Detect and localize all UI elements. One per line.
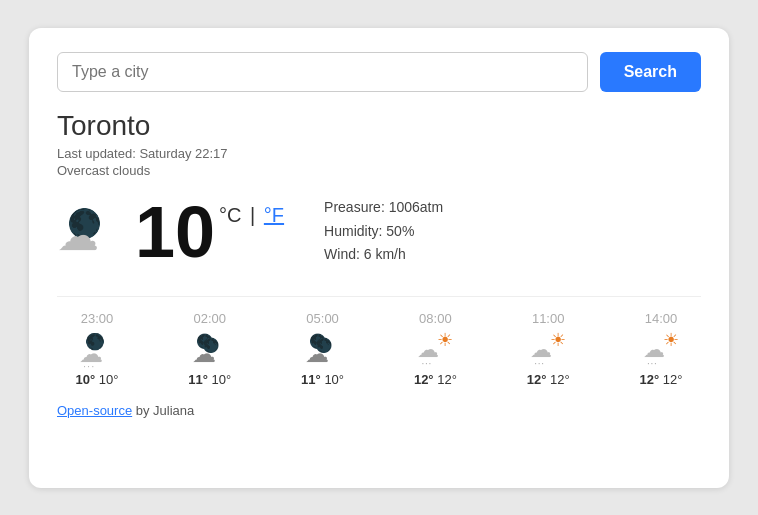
hourly-icon: 🌑 🌑 ☁ [192, 332, 228, 368]
humidity-value: Humidity: 50% [324, 220, 443, 244]
hourly-time: 08:00 [419, 311, 452, 326]
city-search-input[interactable] [57, 52, 588, 92]
footer-suffix: by Juliana [132, 403, 194, 418]
temperature-value: 10 [135, 196, 215, 268]
hourly-icon: ☀ ☁ · · · [530, 332, 566, 368]
hourly-icon: 🌑 ☁ · · · [79, 332, 115, 368]
hourly-temps: 10° 10° [76, 372, 119, 387]
main-weather-icon: 🌑 ☁ [57, 207, 127, 257]
weather-details: Preasure: 1006atm Humidity: 50% Wind: 6 … [324, 196, 443, 267]
footer: Open-source by Juliana [57, 403, 701, 418]
hourly-temps: 11° 10° [301, 372, 344, 387]
temperature-group: 10 °C | °F [135, 196, 284, 268]
weather-card: Search Toronto Last updated: Saturday 22… [29, 28, 729, 488]
hourly-time: 23:00 [81, 311, 114, 326]
hourly-temps: 12° 12° [527, 372, 570, 387]
hourly-item: 14:00 ☀ ☁ · · · 12° 12° [621, 311, 701, 387]
city-name: Toronto [57, 110, 701, 142]
condition-text: Overcast clouds [57, 163, 701, 178]
hourly-item: 05:00 🌑 🌑 ☁ 11° 10° [283, 311, 363, 387]
unit-separator: | [245, 204, 261, 227]
hourly-item: 23:00 🌑 ☁ · · · 10° 10° [57, 311, 137, 387]
hourly-temps: 12° 12° [414, 372, 457, 387]
main-weather: 🌑 ☁ 10 °C | °F Preasure: 1006atm Humidit… [57, 196, 701, 268]
celsius-unit: °C [219, 204, 241, 227]
hourly-item: 08:00 ☀ ☁ · · · 12° 12° [395, 311, 475, 387]
hourly-icon: ☀ ☁ · · · [417, 332, 453, 368]
hourly-time: 05:00 [306, 311, 339, 326]
search-button[interactable]: Search [600, 52, 701, 92]
hourly-icon: ☀ ☁ · · · [643, 332, 679, 368]
hourly-temps: 11° 10° [188, 372, 231, 387]
open-source-link[interactable]: Open-source [57, 403, 132, 418]
wind-value: Wind: 6 km/h [324, 243, 443, 267]
unit-toggle: °C | °F [219, 204, 284, 227]
search-row: Search [57, 52, 701, 92]
hourly-time: 11:00 [532, 311, 565, 326]
fahrenheit-unit[interactable]: °F [264, 204, 284, 227]
hourly-icon: 🌑 🌑 ☁ [305, 332, 341, 368]
hourly-forecast: 23:00 🌑 ☁ · · · 10° 10° 02:00 🌑 🌑 ☁ 11° … [57, 296, 701, 387]
hourly-temps: 12° 12° [640, 372, 683, 387]
hourly-time: 14:00 [645, 311, 678, 326]
hourly-item: 02:00 🌑 🌑 ☁ 11° 10° [170, 311, 250, 387]
last-updated: Last updated: Saturday 22:17 [57, 146, 701, 161]
hourly-item: 11:00 ☀ ☁ · · · 12° 12° [508, 311, 588, 387]
hourly-time: 02:00 [194, 311, 227, 326]
pressure-value: Preasure: 1006atm [324, 196, 443, 220]
